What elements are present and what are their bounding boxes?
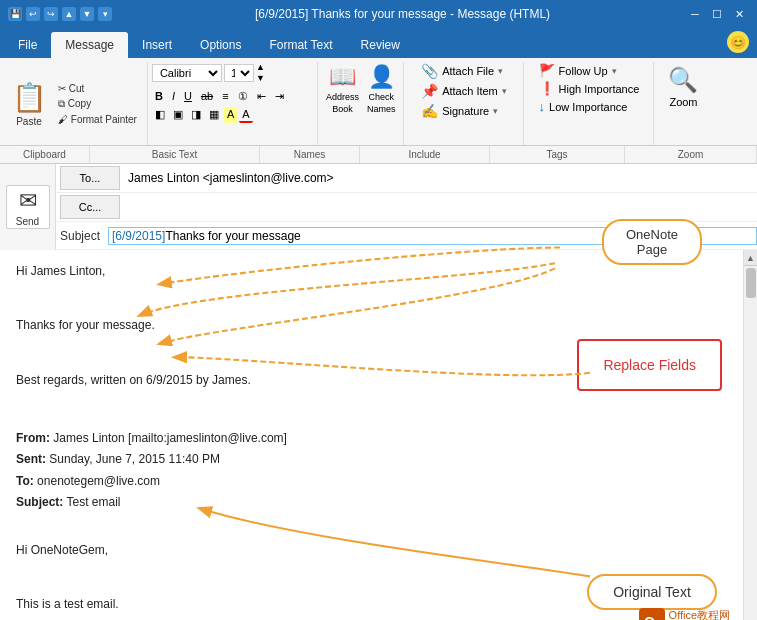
title-bar-icons: 💾 ↩ ↪ ▲ ▼ ▾: [8, 7, 112, 21]
bullets-button[interactable]: ≡: [219, 89, 231, 103]
to-button[interactable]: To...: [60, 166, 120, 190]
align-left-button[interactable]: ◧: [152, 107, 168, 123]
window-controls: ─ ☐ ✕: [685, 4, 749, 24]
font-color-row: ◧ ▣ ◨ ▦ A A: [152, 107, 313, 123]
attach-item-button[interactable]: 📌 Attach Item ▾: [419, 82, 509, 100]
font-size-select[interactable]: 11: [224, 64, 254, 82]
font-color-button[interactable]: A: [239, 107, 252, 123]
scroll-up-button[interactable]: ▲: [744, 250, 758, 266]
tab-review[interactable]: Review: [347, 32, 414, 58]
body-line7: [16, 514, 727, 533]
font-size-arrows: ▲ ▼: [256, 62, 265, 84]
scroll-thumb[interactable]: [746, 268, 756, 298]
back-icon[interactable]: ▲: [62, 7, 76, 21]
tags-group: 🚩 Follow Up ▾ ❗ High Importance ↓ Low Im…: [524, 62, 654, 145]
justify-button[interactable]: ▦: [206, 107, 222, 123]
follow-up-button[interactable]: 🚩 Follow Up ▾: [537, 62, 642, 79]
align-right-button[interactable]: ◨: [188, 107, 204, 123]
clipboard-label: Clipboard: [0, 146, 90, 163]
office-logo-icon: O: [639, 608, 665, 620]
signature-dropdown[interactable]: ▾: [493, 106, 498, 116]
names-label: Names: [260, 146, 360, 163]
body-line6: [16, 398, 727, 417]
font-name-select[interactable]: Calibri: [152, 64, 222, 82]
address-book-button[interactable]: 📖 Address Book: [324, 62, 361, 116]
send-area: ✉ Send: [0, 164, 56, 250]
to-meta-label: To:: [16, 474, 34, 488]
forward-icon[interactable]: ▼: [80, 7, 94, 21]
body-area: Hi James Linton, Thanks for your message…: [0, 250, 757, 620]
bold-button[interactable]: B: [152, 89, 166, 103]
tab-file[interactable]: File: [4, 32, 51, 58]
check-names-button[interactable]: 👤 Check Names: [365, 62, 398, 116]
cc-input[interactable]: [124, 198, 757, 216]
cc-row: Cc...: [56, 193, 757, 222]
redo-icon[interactable]: ↪: [44, 7, 58, 21]
text-format-controls: B I U ab ≡ ① ⇤ ⇥: [152, 89, 313, 104]
follow-up-dropdown[interactable]: ▾: [612, 66, 617, 76]
more-icon[interactable]: ▾: [98, 7, 112, 21]
underline-button[interactable]: U: [181, 89, 195, 103]
ribbon-labels-row: Clipboard Basic Text Names Include Tags …: [0, 146, 757, 164]
zoom-button[interactable]: 🔍 Zoom: [664, 62, 702, 112]
minimize-button[interactable]: ─: [685, 4, 705, 24]
cut-button[interactable]: ✂ Cut: [54, 82, 141, 95]
compose-container: ✉ Send To... Cc... Subject [6/9/2015] Th…: [0, 164, 757, 620]
subject-date: [6/9/2015]: [112, 229, 165, 243]
subject-text: Thanks for your message: [165, 229, 300, 243]
title-bar: 💾 ↩ ↪ ▲ ▼ ▾ [6/9/2015] Thanks for your m…: [0, 0, 757, 28]
ribbon-content: 📋 Paste ✂ Cut ⧉ Copy 🖌 Format Painter Ca…: [0, 58, 757, 146]
from-line: From: James Linton [mailto:jameslinton@l…: [16, 429, 727, 448]
body-hi: Hi OneNoteGem,: [16, 541, 727, 560]
close-button[interactable]: ✕: [729, 4, 749, 24]
subject-meta-label: Subject:: [16, 495, 63, 509]
copy-button[interactable]: ⧉ Copy: [54, 97, 141, 111]
clipboard-sub: ✂ Cut ⧉ Copy 🖌 Format Painter: [52, 62, 141, 145]
sent-value: Sunday, June 7, 2015 11:40 PM: [49, 452, 220, 466]
subject-label: Subject: [56, 229, 108, 243]
include-buttons: 📎 Attach File ▾ 📌 Attach Item ▾ ✍ Signat…: [419, 62, 509, 120]
scrollbar[interactable]: ▲: [743, 250, 757, 620]
numbering-button[interactable]: ①: [235, 89, 251, 104]
svg-text:O: O: [644, 614, 655, 620]
tab-options[interactable]: Options: [186, 32, 255, 58]
attach-file-dropdown[interactable]: ▾: [498, 66, 503, 76]
attach-item-dropdown[interactable]: ▾: [502, 86, 507, 96]
basic-text-label: Basic Text: [90, 146, 260, 163]
undo-icon[interactable]: ↩: [26, 7, 40, 21]
save-icon[interactable]: 💾: [8, 7, 22, 21]
outdent-button[interactable]: ⇤: [254, 89, 269, 104]
tab-format-text[interactable]: Format Text: [255, 32, 346, 58]
send-button[interactable]: ✉ Send: [6, 185, 50, 229]
to-meta-line: To: onenotegem@live.com: [16, 472, 727, 491]
body-line2: [16, 289, 727, 308]
font-size-increase[interactable]: ▲: [256, 62, 265, 73]
tab-message[interactable]: Message: [51, 32, 128, 58]
names-buttons: 📖 Address Book 👤 Check Names: [324, 62, 398, 116]
high-importance-button[interactable]: ❗ High Importance: [537, 80, 642, 97]
from-label: From:: [16, 431, 50, 445]
attach-file-button[interactable]: 📎 Attach File ▾: [419, 62, 509, 80]
low-importance-button[interactable]: ↓ Low Importance: [537, 98, 642, 115]
align-center-button[interactable]: ▣: [170, 107, 186, 123]
highlight-button[interactable]: A: [224, 107, 237, 123]
body-content[interactable]: Hi James Linton, Thanks for your message…: [0, 250, 743, 620]
to-row: To...: [56, 164, 757, 193]
restore-button[interactable]: ☐: [707, 4, 727, 24]
tab-insert[interactable]: Insert: [128, 32, 186, 58]
indent-button[interactable]: ⇥: [272, 89, 287, 104]
include-label: Include: [360, 146, 490, 163]
format-painter-button[interactable]: 🖌 Format Painter: [54, 113, 141, 126]
smiley-icon[interactable]: 😊: [727, 31, 749, 53]
email-meta: From: James Linton [mailto:jameslinton@l…: [16, 429, 727, 512]
to-input[interactable]: [124, 169, 757, 187]
cc-button[interactable]: Cc...: [60, 195, 120, 219]
basic-text-group: Calibri 11 ▲ ▼ B I U ab ≡ ① ⇤ ⇥: [148, 62, 318, 145]
font-size-decrease[interactable]: ▼: [256, 73, 265, 84]
signature-button[interactable]: ✍ Signature ▾: [419, 102, 509, 120]
clipboard-group: 📋 Paste ✂ Cut ⧉ Copy 🖌 Format Painter: [0, 62, 148, 145]
paste-button[interactable]: 📋 Paste: [6, 62, 52, 145]
tags-buttons: 🚩 Follow Up ▾ ❗ High Importance ↓ Low Im…: [537, 62, 642, 115]
italic-button[interactable]: I: [169, 89, 178, 103]
strikethrough-button[interactable]: ab: [198, 89, 216, 103]
